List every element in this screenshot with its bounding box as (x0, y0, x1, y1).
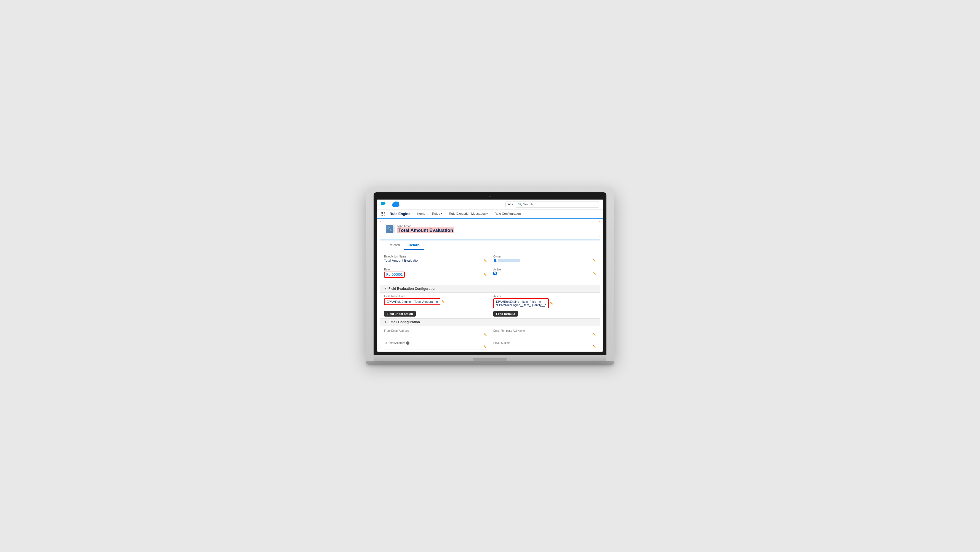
nav-item-rule-config[interactable]: Rule Configuration (491, 210, 524, 217)
edit-action-icon[interactable]: ✏️ (550, 302, 553, 305)
webcam (489, 196, 491, 197)
email-fields-row-1: From Email Address ✏️ Email Template Api… (380, 326, 600, 339)
tabs-row: Related Details (380, 240, 600, 250)
field-to-evaluate-label: Field To Evaluate (384, 295, 487, 298)
edit-email-subject-icon[interactable]: ✏️ (593, 345, 596, 348)
rules-dropdown-icon: ▾ (441, 212, 442, 215)
search-all-dropdown[interactable]: All ▾ (506, 201, 515, 207)
action-line1: EPAMRuleEngine__Item_Price__c (496, 300, 546, 303)
owner-name-placeholder (498, 258, 520, 262)
edit-field-to-evaluate-icon[interactable]: ✏️ (441, 300, 445, 303)
detail-section: Rule Action Name Total Amount Evaluation… (380, 250, 600, 285)
field-eval-section-header[interactable]: ▼ Field Evaluation Configuration (380, 285, 600, 292)
field-to-evaluate-value: EPAMRuleEngine__Total_Amount__c (384, 298, 440, 305)
svg-point-3 (394, 201, 398, 205)
sf-header: All ▾ 🔍 (377, 199, 603, 209)
email-subject-value-row: ✏️ (493, 345, 596, 349)
email-template-group: Email Template Api Name ✏️ (493, 328, 596, 338)
email-subject-label: Email Subject (493, 341, 596, 345)
record-title-area: Rule Action Total Amount Evaluation (397, 225, 595, 233)
rule-value[interactable]: RL-000001 (386, 273, 402, 276)
screen-bezel: All ▾ 🔍 (374, 192, 606, 355)
field-rule: Rule RL-000001 ✏️ (384, 266, 487, 279)
rule-label: Rule (384, 268, 487, 271)
exception-dropdown-icon: ▾ (487, 212, 488, 215)
email-template-value-row: ✏️ (493, 333, 596, 337)
field-owner: Owner 👤 ✏️ (493, 254, 596, 264)
rule-action-name-label: Rule Action Name (384, 255, 487, 258)
to-email-label: To Email Address i (384, 341, 487, 345)
record-icon-wrap: 🔧 (385, 224, 395, 234)
field-eval-section-label: Field Evaluation Configuration (388, 287, 436, 290)
fields-row-1: Rule Action Name Total Amount Evaluation… (384, 254, 596, 264)
search-bar: All ▾ 🔍 (506, 201, 599, 207)
edit-rule-icon[interactable]: ✏️ (484, 273, 487, 276)
field-eval-row: Field To Evaluate EPAMRuleEngine__Total_… (380, 292, 600, 311)
nav-item-home[interactable]: Home (414, 210, 429, 217)
action-group: Action EPAMRuleEngine__Item_Price__c *EP… (493, 295, 596, 308)
sf-nav: Rule Engine Home Rules ▾ Rule Exception … (377, 209, 603, 219)
record-title: Total Amount Evaluation (397, 228, 595, 233)
edit-from-email-icon[interactable]: ✏️ (484, 333, 487, 336)
edit-rule-action-name-icon[interactable]: ✏️ (484, 259, 487, 262)
to-email-group: To Email Address i ✏️ (384, 340, 487, 351)
screen: All ▾ 🔍 (377, 199, 603, 352)
laptop-base (374, 355, 606, 361)
action-value: EPAMRuleEngine__Item_Price__c *EPAMRuleE… (493, 298, 549, 308)
tooltip-filed-formula-wrap: Filed formula (493, 311, 596, 317)
search-icon: 🔍 (518, 203, 522, 206)
to-email-info-icon: i (406, 341, 409, 345)
record-title-text: Total Amount Evaluation (397, 227, 454, 233)
from-email-group: From Email Address ✏️ (384, 328, 487, 338)
owner-label: Owner (493, 255, 596, 258)
action-line2: *EPAMRuleEngine__Item_Quantity__c (496, 303, 546, 306)
rule-value-box: RL-000001 (384, 271, 405, 278)
app-launcher-icon[interactable] (381, 210, 387, 218)
record-icon: 🔧 (386, 225, 393, 233)
email-fields-row-2: To Email Address i ✏️ Email Subject (380, 339, 600, 352)
salesforce-logo (381, 201, 388, 207)
email-template-label: Email Template Api Name (493, 329, 596, 332)
action-label: Action (493, 295, 596, 298)
tab-details[interactable]: Details (404, 240, 424, 250)
laptop-frame: All ▾ 🔍 (366, 187, 614, 361)
field-eval-chevron-icon: ▼ (384, 287, 387, 290)
owner-value: 👤 (493, 258, 520, 262)
email-section-label: Email Configuration (388, 320, 420, 324)
wrench-icon: 🔧 (387, 227, 392, 231)
sf-cloud-logo (391, 201, 400, 207)
email-section-chevron-icon: ▼ (384, 321, 387, 324)
email-subject-group: Email Subject ✏️ (493, 340, 596, 351)
from-email-label: From Email Address (384, 329, 487, 332)
laptop-bottom (366, 361, 614, 365)
nav-item-rule-exception[interactable]: Rule Exception Messages ▾ (445, 210, 491, 217)
field-to-evaluate-group: Field To Evaluate EPAMRuleEngine__Total_… (384, 295, 487, 308)
tab-related[interactable]: Related (384, 240, 404, 250)
email-section-header[interactable]: ▼ Email Configuration (380, 318, 600, 326)
owner-icon: 👤 (493, 258, 497, 262)
rule-action-name-value: Total Amount Evaluation (384, 258, 420, 262)
active-label: Active (493, 268, 596, 271)
tooltip-filed-formula: Filed formula (493, 311, 518, 317)
fields-row-2: Rule RL-000001 ✏️ Active (384, 266, 596, 279)
dropdown-chevron-icon: ▾ (512, 203, 514, 206)
to-email-value-row: ✏️ (384, 345, 487, 349)
field-active: Active ✓ ✏️ (493, 266, 596, 279)
app-name: Rule Engine (390, 209, 414, 218)
tooltip-field-under-action-wrap: Field under action (384, 311, 487, 317)
tabs-container: Related Details Rule Action Name Total A… (380, 239, 600, 352)
all-label: All (508, 203, 511, 206)
field-rule-action-name: Rule Action Name Total Amount Evaluation… (384, 254, 487, 264)
edit-email-template-icon[interactable]: ✏️ (593, 333, 596, 336)
record-header: 🔧 Rule Action Total Amount Evaluation (380, 221, 600, 238)
tooltip-row: Field under action Filed formula (380, 311, 600, 318)
edit-to-email-icon[interactable]: ✏️ (484, 345, 487, 348)
nav-item-rules[interactable]: Rules ▾ (429, 210, 445, 217)
tooltip-field-under-action: Field under action (384, 311, 416, 317)
edit-active-icon[interactable]: ✏️ (593, 271, 596, 274)
search-input-wrap[interactable]: 🔍 (515, 201, 599, 207)
search-input[interactable] (523, 203, 597, 206)
from-email-value-row: ✏️ (384, 333, 487, 337)
edit-owner-icon[interactable]: ✏️ (593, 259, 596, 262)
active-checkbox[interactable]: ✓ (493, 271, 496, 275)
